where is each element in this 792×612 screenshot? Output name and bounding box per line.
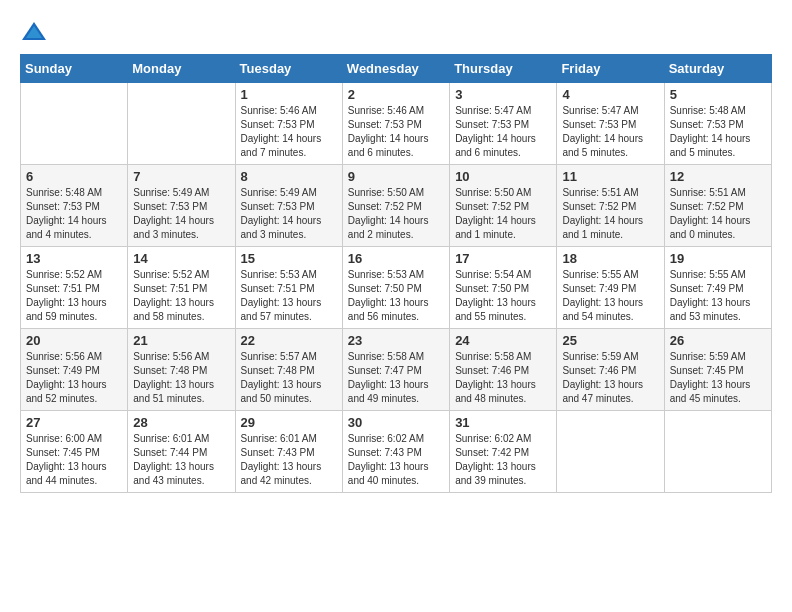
day-number: 26 bbox=[670, 333, 766, 348]
calendar-cell bbox=[557, 411, 664, 493]
day-number: 13 bbox=[26, 251, 122, 266]
day-info: Sunrise: 5:54 AM Sunset: 7:50 PM Dayligh… bbox=[455, 268, 551, 324]
page-header bbox=[20, 20, 772, 44]
calendar-cell: 10Sunrise: 5:50 AM Sunset: 7:52 PM Dayli… bbox=[450, 165, 557, 247]
calendar-cell: 26Sunrise: 5:59 AM Sunset: 7:45 PM Dayli… bbox=[664, 329, 771, 411]
weekday-header-row: SundayMondayTuesdayWednesdayThursdayFrid… bbox=[21, 55, 772, 83]
calendar-cell: 16Sunrise: 5:53 AM Sunset: 7:50 PM Dayli… bbox=[342, 247, 449, 329]
calendar-cell: 2Sunrise: 5:46 AM Sunset: 7:53 PM Daylig… bbox=[342, 83, 449, 165]
weekday-header-sunday: Sunday bbox=[21, 55, 128, 83]
calendar-cell: 21Sunrise: 5:56 AM Sunset: 7:48 PM Dayli… bbox=[128, 329, 235, 411]
day-info: Sunrise: 5:49 AM Sunset: 7:53 PM Dayligh… bbox=[241, 186, 337, 242]
weekday-header-thursday: Thursday bbox=[450, 55, 557, 83]
day-number: 6 bbox=[26, 169, 122, 184]
calendar-cell: 8Sunrise: 5:49 AM Sunset: 7:53 PM Daylig… bbox=[235, 165, 342, 247]
calendar-cell bbox=[21, 83, 128, 165]
calendar-cell: 24Sunrise: 5:58 AM Sunset: 7:46 PM Dayli… bbox=[450, 329, 557, 411]
day-info: Sunrise: 5:52 AM Sunset: 7:51 PM Dayligh… bbox=[26, 268, 122, 324]
day-number: 9 bbox=[348, 169, 444, 184]
day-info: Sunrise: 5:47 AM Sunset: 7:53 PM Dayligh… bbox=[562, 104, 658, 160]
day-info: Sunrise: 6:02 AM Sunset: 7:43 PM Dayligh… bbox=[348, 432, 444, 488]
calendar-cell: 17Sunrise: 5:54 AM Sunset: 7:50 PM Dayli… bbox=[450, 247, 557, 329]
calendar-cell: 13Sunrise: 5:52 AM Sunset: 7:51 PM Dayli… bbox=[21, 247, 128, 329]
day-number: 19 bbox=[670, 251, 766, 266]
calendar-cell: 27Sunrise: 6:00 AM Sunset: 7:45 PM Dayli… bbox=[21, 411, 128, 493]
calendar-week-1: 1Sunrise: 5:46 AM Sunset: 7:53 PM Daylig… bbox=[21, 83, 772, 165]
calendar-cell: 15Sunrise: 5:53 AM Sunset: 7:51 PM Dayli… bbox=[235, 247, 342, 329]
day-number: 14 bbox=[133, 251, 229, 266]
day-info: Sunrise: 5:56 AM Sunset: 7:48 PM Dayligh… bbox=[133, 350, 229, 406]
calendar-cell: 12Sunrise: 5:51 AM Sunset: 7:52 PM Dayli… bbox=[664, 165, 771, 247]
day-number: 12 bbox=[670, 169, 766, 184]
weekday-header-saturday: Saturday bbox=[664, 55, 771, 83]
day-info: Sunrise: 5:52 AM Sunset: 7:51 PM Dayligh… bbox=[133, 268, 229, 324]
calendar-week-4: 20Sunrise: 5:56 AM Sunset: 7:49 PM Dayli… bbox=[21, 329, 772, 411]
day-info: Sunrise: 5:48 AM Sunset: 7:53 PM Dayligh… bbox=[670, 104, 766, 160]
day-info: Sunrise: 5:50 AM Sunset: 7:52 PM Dayligh… bbox=[348, 186, 444, 242]
calendar-cell: 29Sunrise: 6:01 AM Sunset: 7:43 PM Dayli… bbox=[235, 411, 342, 493]
day-number: 7 bbox=[133, 169, 229, 184]
day-info: Sunrise: 6:02 AM Sunset: 7:42 PM Dayligh… bbox=[455, 432, 551, 488]
calendar-cell: 5Sunrise: 5:48 AM Sunset: 7:53 PM Daylig… bbox=[664, 83, 771, 165]
weekday-header-wednesday: Wednesday bbox=[342, 55, 449, 83]
calendar-week-2: 6Sunrise: 5:48 AM Sunset: 7:53 PM Daylig… bbox=[21, 165, 772, 247]
day-info: Sunrise: 5:49 AM Sunset: 7:53 PM Dayligh… bbox=[133, 186, 229, 242]
calendar-cell: 20Sunrise: 5:56 AM Sunset: 7:49 PM Dayli… bbox=[21, 329, 128, 411]
day-number: 1 bbox=[241, 87, 337, 102]
calendar: SundayMondayTuesdayWednesdayThursdayFrid… bbox=[20, 54, 772, 493]
calendar-cell bbox=[664, 411, 771, 493]
day-number: 18 bbox=[562, 251, 658, 266]
calendar-week-3: 13Sunrise: 5:52 AM Sunset: 7:51 PM Dayli… bbox=[21, 247, 772, 329]
calendar-cell bbox=[128, 83, 235, 165]
day-number: 15 bbox=[241, 251, 337, 266]
day-info: Sunrise: 5:59 AM Sunset: 7:45 PM Dayligh… bbox=[670, 350, 766, 406]
day-info: Sunrise: 5:57 AM Sunset: 7:48 PM Dayligh… bbox=[241, 350, 337, 406]
day-info: Sunrise: 5:53 AM Sunset: 7:50 PM Dayligh… bbox=[348, 268, 444, 324]
day-info: Sunrise: 5:56 AM Sunset: 7:49 PM Dayligh… bbox=[26, 350, 122, 406]
calendar-cell: 31Sunrise: 6:02 AM Sunset: 7:42 PM Dayli… bbox=[450, 411, 557, 493]
day-number: 2 bbox=[348, 87, 444, 102]
day-number: 16 bbox=[348, 251, 444, 266]
day-info: Sunrise: 5:58 AM Sunset: 7:47 PM Dayligh… bbox=[348, 350, 444, 406]
day-number: 4 bbox=[562, 87, 658, 102]
day-number: 21 bbox=[133, 333, 229, 348]
day-info: Sunrise: 6:01 AM Sunset: 7:43 PM Dayligh… bbox=[241, 432, 337, 488]
day-number: 17 bbox=[455, 251, 551, 266]
day-number: 11 bbox=[562, 169, 658, 184]
calendar-cell: 18Sunrise: 5:55 AM Sunset: 7:49 PM Dayli… bbox=[557, 247, 664, 329]
calendar-cell: 4Sunrise: 5:47 AM Sunset: 7:53 PM Daylig… bbox=[557, 83, 664, 165]
calendar-cell: 19Sunrise: 5:55 AM Sunset: 7:49 PM Dayli… bbox=[664, 247, 771, 329]
calendar-cell: 6Sunrise: 5:48 AM Sunset: 7:53 PM Daylig… bbox=[21, 165, 128, 247]
weekday-header-tuesday: Tuesday bbox=[235, 55, 342, 83]
day-number: 10 bbox=[455, 169, 551, 184]
day-info: Sunrise: 5:59 AM Sunset: 7:46 PM Dayligh… bbox=[562, 350, 658, 406]
weekday-header-monday: Monday bbox=[128, 55, 235, 83]
calendar-cell: 7Sunrise: 5:49 AM Sunset: 7:53 PM Daylig… bbox=[128, 165, 235, 247]
calendar-cell: 9Sunrise: 5:50 AM Sunset: 7:52 PM Daylig… bbox=[342, 165, 449, 247]
day-number: 30 bbox=[348, 415, 444, 430]
day-number: 23 bbox=[348, 333, 444, 348]
day-info: Sunrise: 6:01 AM Sunset: 7:44 PM Dayligh… bbox=[133, 432, 229, 488]
day-info: Sunrise: 5:51 AM Sunset: 7:52 PM Dayligh… bbox=[562, 186, 658, 242]
weekday-header-friday: Friday bbox=[557, 55, 664, 83]
day-info: Sunrise: 5:50 AM Sunset: 7:52 PM Dayligh… bbox=[455, 186, 551, 242]
day-info: Sunrise: 5:53 AM Sunset: 7:51 PM Dayligh… bbox=[241, 268, 337, 324]
calendar-cell: 28Sunrise: 6:01 AM Sunset: 7:44 PM Dayli… bbox=[128, 411, 235, 493]
calendar-cell: 30Sunrise: 6:02 AM Sunset: 7:43 PM Dayli… bbox=[342, 411, 449, 493]
day-number: 5 bbox=[670, 87, 766, 102]
day-number: 27 bbox=[26, 415, 122, 430]
logo bbox=[20, 20, 52, 44]
day-info: Sunrise: 5:55 AM Sunset: 7:49 PM Dayligh… bbox=[670, 268, 766, 324]
logo-icon bbox=[20, 20, 48, 44]
calendar-cell: 22Sunrise: 5:57 AM Sunset: 7:48 PM Dayli… bbox=[235, 329, 342, 411]
calendar-cell: 14Sunrise: 5:52 AM Sunset: 7:51 PM Dayli… bbox=[128, 247, 235, 329]
calendar-week-5: 27Sunrise: 6:00 AM Sunset: 7:45 PM Dayli… bbox=[21, 411, 772, 493]
day-info: Sunrise: 5:48 AM Sunset: 7:53 PM Dayligh… bbox=[26, 186, 122, 242]
day-info: Sunrise: 5:46 AM Sunset: 7:53 PM Dayligh… bbox=[348, 104, 444, 160]
day-info: Sunrise: 5:51 AM Sunset: 7:52 PM Dayligh… bbox=[670, 186, 766, 242]
calendar-cell: 11Sunrise: 5:51 AM Sunset: 7:52 PM Dayli… bbox=[557, 165, 664, 247]
day-info: Sunrise: 5:55 AM Sunset: 7:49 PM Dayligh… bbox=[562, 268, 658, 324]
day-info: Sunrise: 6:00 AM Sunset: 7:45 PM Dayligh… bbox=[26, 432, 122, 488]
day-number: 25 bbox=[562, 333, 658, 348]
day-number: 28 bbox=[133, 415, 229, 430]
